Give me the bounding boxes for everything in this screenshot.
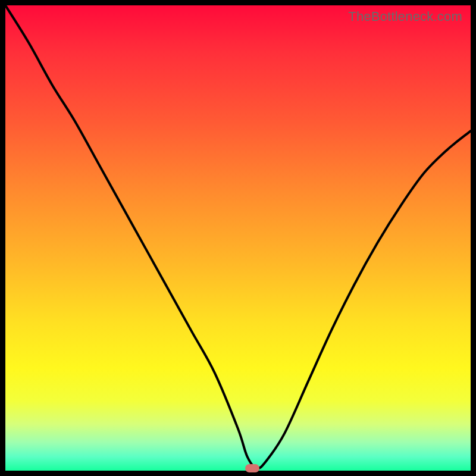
curve-path (5, 5, 471, 468)
bottleneck-curve (5, 5, 471, 471)
chart-container: TheBottleneck.com (0, 0, 476, 476)
minimum-marker (245, 464, 259, 472)
chart-plot-area: TheBottleneck.com (5, 5, 471, 471)
